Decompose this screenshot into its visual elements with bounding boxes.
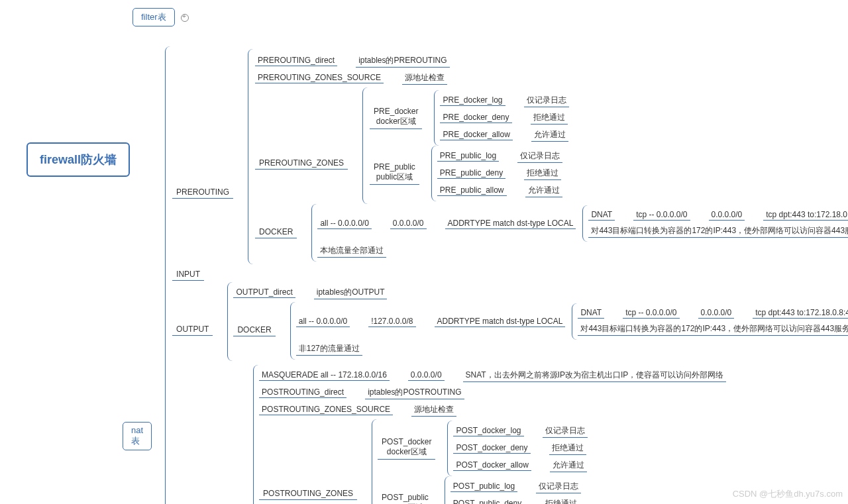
desc: 仅记录日志 [524, 94, 569, 107]
dnat: DNAT [588, 209, 615, 221]
rule: !127.0.0.0/8 [368, 316, 415, 327]
postrouting-zs: POSTROUTING_ZONES_SOURCE [259, 404, 393, 415]
pre-docker-log: PRE_docker_log [440, 95, 505, 106]
rule: ADDRTYPE match dst-type LOCAL [445, 218, 576, 229]
prerouting-direct: PREROUTING_direct [255, 55, 337, 66]
desc: 拒绝通过 [543, 497, 580, 504]
desc: 非127的流量通过 [296, 342, 362, 356]
desc: 仅记录日志 [536, 480, 581, 493]
output-direct: OUTPUT_direct [233, 287, 295, 298]
dnat: DNAT [578, 307, 604, 319]
prerouting-zs-desc: 源地址检查 [402, 72, 447, 85]
rule: tcp -- 0.0.0.0/0 [623, 307, 679, 319]
desc: 允许通过 [550, 459, 587, 472]
pre-public-deny: PRE_public_deny [437, 168, 505, 179]
pre-docker-deny: PRE_docker_deny [440, 112, 511, 123]
rule: tcp dpt:443 to:172.18.0.8:443 [753, 307, 848, 319]
chain-output[interactable]: OUTPUT [172, 325, 213, 336]
desc: 拒绝通过 [549, 442, 586, 455]
desc: iptables的POSTROUTING [365, 386, 464, 399]
watermark: CSDN @七秒鱼dh.yu7s.com [733, 488, 843, 500]
rule: tcp -- 0.0.0.0/0 [633, 209, 690, 221]
rule: 0.0.0.0/0 [390, 218, 427, 229]
post-public-deny: POST_public_deny [450, 498, 524, 504]
prerouting-docker[interactable]: DOCKER [255, 227, 297, 238]
chain-input[interactable]: INPUT [172, 270, 204, 281]
desc: SNAT，出去外网之前将源IP改为宿主机出口IP，使容器可以访问外部网络 [463, 369, 727, 382]
desc: 对443目标端口转换为容器的172的IP:443，使外部网络可以访问容器443服… [588, 225, 848, 238]
rule: ADDRTYPE match dst-type LOCAL [435, 316, 566, 327]
output-docker[interactable]: DOCKER [233, 325, 275, 336]
desc: 允许通过 [531, 128, 568, 142]
post-docker-deny: POST_docker_deny [453, 442, 530, 454]
desc: 拒绝通过 [524, 167, 561, 180]
prerouting-direct-desc: iptables的PREROUTING [356, 54, 449, 68]
rule: 0.0.0.0/0 [408, 370, 445, 381]
rule: tcp dpt:443 to:172.18.0.8:443 [763, 209, 848, 221]
expand-icon[interactable] [181, 14, 189, 22]
rule: all -- 0.0.0.0/0 [317, 218, 371, 229]
post-public-log: POST_public_log [450, 481, 517, 492]
desc: 对443目标端口转换为容器的172的IP:443，使外部网络可以访问容器443服… [578, 323, 848, 336]
pre-docker-zone: PRE_dockerdocker区域 [370, 107, 422, 129]
pre-public-allow: PRE_public_allow [437, 185, 507, 196]
tree: filter表 nat表 PREROUTING PREROUTING_direc… [123, 8, 848, 504]
prerouting-zones[interactable]: PREROUTING_ZONES [255, 158, 348, 170]
pre-public-zone: PRE_publicpublic区域 [370, 162, 419, 185]
rule: MASQUERADE all -- 172.18.0.0/16 [259, 370, 390, 381]
post-docker-log: POST_docker_log [453, 425, 523, 436]
desc: 仅记录日志 [543, 425, 588, 438]
pre-public-log: PRE_public_log [437, 150, 499, 162]
post-public-zone: POST_publicpublic区域 [378, 493, 433, 504]
postrouting-zones[interactable]: POSTROUTING_ZONES [259, 489, 357, 500]
prerouting-zones-source: PREROUTING_ZONES_SOURCE [255, 72, 384, 83]
post-docker-allow: POST_docker_allow [453, 460, 531, 471]
rule: 0.0.0.0/0 [709, 209, 745, 221]
rule: 0.0.0.0/0 [698, 307, 735, 319]
filter-table-node[interactable]: filter表 [132, 8, 175, 26]
desc: 仅记录日志 [517, 150, 562, 163]
nat-table-node[interactable]: nat表 [123, 422, 152, 450]
post-docker-zone: POST_dockerdocker区域 [378, 437, 435, 460]
root-node[interactable]: firewall防火墙 [26, 142, 130, 177]
desc: 源地址检查 [411, 403, 456, 417]
desc: 本地流量全部通过 [317, 244, 386, 258]
postrouting-direct: POSTROUTING_direct [259, 387, 346, 398]
desc: 拒绝通过 [531, 111, 568, 125]
rule: all -- 0.0.0.0/0 [296, 316, 350, 327]
pre-docker-allow: PRE_docker_allow [440, 129, 512, 140]
chain-prerouting[interactable]: PREROUTING [172, 187, 233, 199]
desc: iptables的OUTPUT [314, 286, 388, 299]
desc: 允许通过 [525, 184, 562, 197]
